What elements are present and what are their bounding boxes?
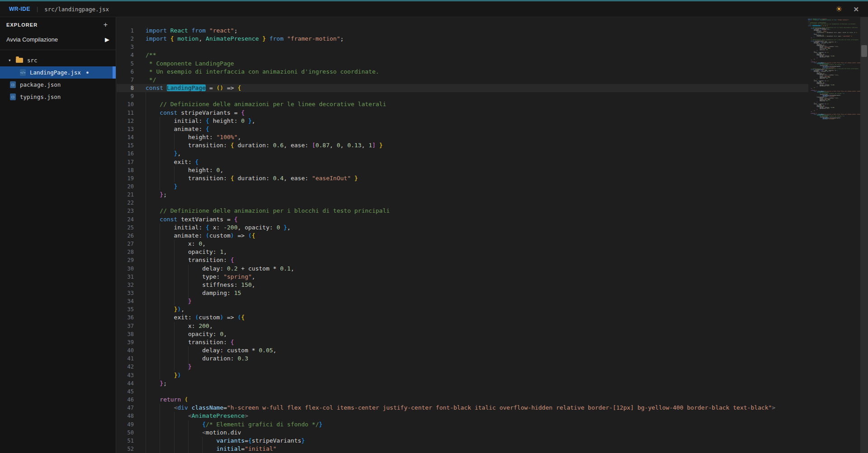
code-line[interactable]: 45: [117, 388, 808, 396]
code-line[interactable]: 49 {/* Elementi grafici di sfondo */}: [117, 420, 808, 429]
indent-guide: [174, 166, 175, 174]
code-line[interactable]: 48 <AnimatePresence>: [117, 412, 808, 420]
code-line[interactable]: 26 animate: (custom) => ({: [117, 232, 808, 240]
code-token: custom: [821, 42, 826, 43]
minimap[interactable]: import React from "react";import { motio…: [808, 17, 860, 453]
code-line[interactable]: 19 transition: { duration: 0.4, ease: "e…: [117, 174, 808, 182]
code-line[interactable]: 22: [117, 199, 808, 207]
code-token: ,: [273, 347, 277, 354]
code-line[interactable]: 25 initial: { x: -200, opacity: 0 },: [117, 224, 808, 232]
code-line[interactable]: 21 };: [117, 191, 808, 199]
tree-file-LandingPage.jsx[interactable]: </>LandingPage.jsx●: [0, 66, 116, 79]
indent-guide: [146, 273, 146, 281]
code-line[interactable]: 6 * Un esempio di interfaccia con animaz…: [117, 68, 808, 76]
indent-guide: [160, 224, 160, 232]
open-file-path[interactable]: src/landingpage.jsx: [44, 6, 109, 13]
code-editor[interactable]: 1import React from "react";2import { mot…: [117, 17, 868, 453]
code-line[interactable]: 14 height: "100%",: [117, 133, 808, 141]
code-line[interactable]: 16 },: [117, 149, 808, 158]
code-line[interactable]: 11 const stripeVariants = {: [117, 109, 808, 117]
indent-guide: [160, 133, 160, 141]
code-line[interactable]: 20 }: [117, 182, 808, 191]
code-line[interactable]: 39 transition: {: [117, 338, 808, 346]
code-line[interactable]: 1import React from "react";: [117, 27, 808, 35]
code-line[interactable]: 46 return (: [117, 396, 808, 404]
file-tree: ▾src</>LandingPage.jsx●{}package.json{}t…: [0, 54, 116, 103]
code-line[interactable]: 51 variants={stripeVariants}: [117, 437, 808, 445]
tree-file-package.json[interactable]: {}package.json: [0, 79, 116, 91]
code-token: LandingPage: [812, 25, 821, 26]
indent-guide: [174, 174, 175, 182]
code-line[interactable]: 10 // Definizione delle animazioni per l…: [117, 100, 808, 108]
code-line[interactable]: 8const LandingPage = () => {: [117, 84, 808, 92]
code-line[interactable]: 34 }: [117, 297, 808, 305]
code-line[interactable]: 23 // Definizione delle animazioni per i…: [117, 207, 808, 215]
code-line[interactable]: 12 initial: { height: 0 },: [117, 117, 808, 125]
chevron-down-icon[interactable]: ▾: [8, 57, 13, 63]
code-line[interactable]: 40 delay: custom * 0.05,: [117, 346, 808, 355]
code-line[interactable]: 17 exit: {: [117, 158, 808, 166]
code-line[interactable]: 7 */: [117, 76, 808, 84]
code-token: :: [266, 175, 273, 182]
indent-guide: [188, 445, 189, 453]
code-token: {: [828, 80, 829, 81]
new-file-button[interactable]: +: [102, 21, 109, 29]
code-token: <: [188, 412, 192, 419]
code-line[interactable]: 24 const textVariants = {: [117, 215, 808, 224]
code-line[interactable]: 36 exit: (custom) => ({: [117, 313, 808, 322]
code-line[interactable]: 35 }),: [117, 305, 808, 313]
code-line[interactable]: 9: [117, 92, 808, 100]
code-line[interactable]: 52 initial="initial": [117, 445, 808, 453]
indent-guide: [146, 322, 146, 330]
line-number: 26: [117, 232, 134, 240]
tree-label: LandingPage.jsx: [30, 69, 81, 76]
scrollbar-track[interactable]: [860, 17, 868, 453]
scrollbar-thumb[interactable]: [861, 45, 867, 57]
tree-folder-src[interactable]: ▾src: [0, 54, 116, 66]
code-token: }: [844, 64, 844, 65]
code-line[interactable]: 32 stiffness: 150,: [117, 281, 808, 289]
close-icon[interactable]: ✕: [853, 6, 859, 13]
code-token: >: [245, 412, 248, 419]
code-token: }: [816, 50, 817, 51]
code-line[interactable]: 38 opacity: 0,: [117, 330, 808, 338]
code-token: ease: [291, 175, 305, 182]
tree-file-typings.json[interactable]: {}typings.json: [0, 91, 116, 103]
code-line[interactable]: 50 <motion.div: [117, 429, 808, 437]
code-line[interactable]: 44 };: [117, 379, 808, 388]
code-text: initial: { x: -200, opacity: 0 },: [146, 224, 291, 232]
code-line[interactable]: 31 type: "spring",: [117, 273, 808, 281]
code-token: ,: [830, 48, 831, 49]
code-line[interactable]: 33 damping: 15: [117, 289, 808, 297]
code-line[interactable]: 37 x: 200,: [117, 322, 808, 330]
code-token: ,: [838, 75, 839, 75]
code-token: "initial": [245, 445, 276, 452]
code-line[interactable]: 15 transition: { duration: 0.6, ease: [0…: [117, 141, 808, 149]
code-line[interactable]: 13 animate: {: [117, 125, 808, 133]
folder-icon: [16, 58, 23, 63]
code-line[interactable]: 41 duration: 0.3: [117, 355, 808, 363]
code-line[interactable]: 30 delay: 0.2 + custom * 0.1,: [117, 265, 808, 273]
code-token: ;: [848, 19, 849, 20]
code-line[interactable]: 28 opacity: 1,: [117, 248, 808, 256]
indent-guide: [188, 346, 189, 355]
modified-dot: ●: [86, 70, 89, 75]
indent-guide: [188, 420, 189, 429]
code-token: custom: [248, 265, 269, 272]
run-compile-button[interactable]: Avvia Compilazione ▶: [0, 33, 116, 46]
code-line[interactable]: 3: [117, 43, 808, 51]
code-line[interactable]: 2import { motion, AnimatePresence } from…: [117, 35, 808, 43]
titlebar-separator: |: [37, 6, 38, 12]
indent-guide: [146, 215, 146, 224]
code-line[interactable]: 5 * Componente LandingPage: [117, 60, 808, 68]
code-line[interactable]: 29 transition: {: [117, 256, 808, 264]
theme-toggle-icon[interactable]: ☀: [835, 5, 842, 13]
code-line[interactable]: 42 }: [117, 363, 808, 371]
code-line[interactable]: 18 height: 0,: [117, 166, 808, 174]
code-line[interactable]: 43 }): [117, 371, 808, 379]
code-line[interactable]: 47 <div className="h-screen w-full flex …: [117, 404, 808, 412]
code-line[interactable]: 4/**: [117, 51, 808, 59]
code-line[interactable]: 27 x: 0,: [117, 240, 808, 248]
code-token: motion: [815, 19, 819, 20]
indent-guide: [160, 355, 160, 363]
